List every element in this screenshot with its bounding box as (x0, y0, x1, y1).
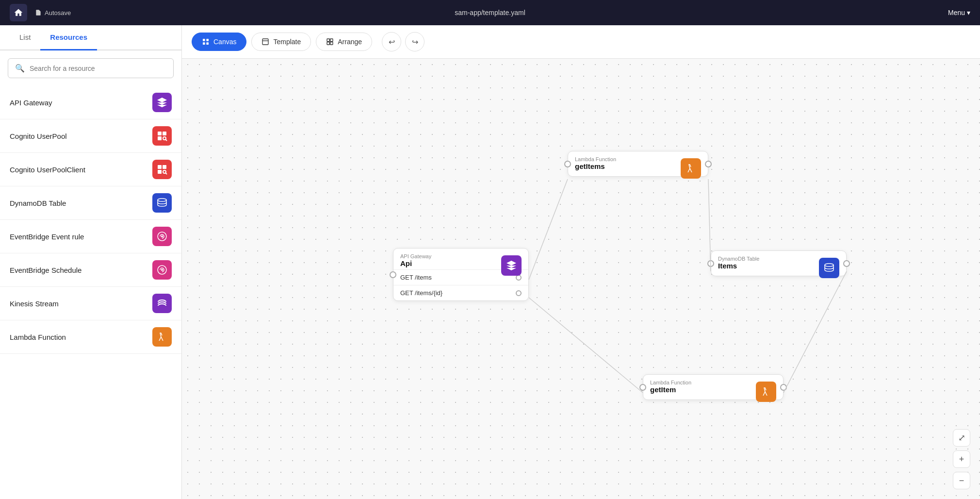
canvas-canvas[interactable]: API Gateway Api GET /items GET /items/{i… (182, 59, 980, 499)
svg-rect-21 (327, 39, 329, 41)
svg-line-27 (529, 298, 643, 393)
svg-rect-19 (262, 39, 268, 45)
list-item[interactable]: Cognito UserPool (0, 119, 181, 153)
list-item[interactable]: EventBridge Schedule (0, 253, 181, 287)
fit-button[interactable]: ⤢ (953, 429, 970, 447)
dynamodb-items-node[interactable]: DynamoDB Table Items (711, 250, 847, 276)
lambda-getitem-node[interactable]: Lambda Function getItem (643, 374, 784, 400)
svg-point-12 (161, 235, 163, 237)
canvas-button[interactable]: Canvas (192, 33, 246, 51)
api-gateway-node[interactable]: API Gateway Api GET /items GET /items/{i… (393, 248, 529, 301)
undo-button[interactable]: ↩ (382, 32, 401, 51)
canvas-toolbar: Canvas Template Arrange ↩ (182, 25, 980, 59)
svg-line-26 (529, 179, 568, 280)
svg-rect-5 (158, 165, 162, 169)
zoom-out-button[interactable]: − (953, 472, 970, 489)
eventbridge-rule-icon (152, 227, 172, 246)
api-route-row-2: GET /items/{id} (393, 285, 528, 300)
cognito-userpool-icon (152, 126, 172, 146)
autosave-indicator: Autosave (35, 9, 71, 17)
eventbridge-schedule-icon (152, 260, 172, 280)
lambda-getitems-right-connector[interactable] (705, 161, 712, 167)
list-item[interactable]: Cognito UserPoolClient (0, 153, 181, 186)
api-gateway-left-connector[interactable] (390, 271, 396, 278)
file-title: sam-app/template.yaml (455, 9, 525, 17)
svg-point-14 (161, 269, 163, 271)
top-bar: Autosave sam-app/template.yaml Menu ▾ (0, 0, 980, 25)
svg-point-10 (158, 199, 166, 201)
lambda-getitems-node[interactable]: Lambda Function getItems (568, 151, 708, 177)
home-button[interactable] (10, 4, 27, 21)
sidebar: List Resources 🔍 API Gateway (0, 25, 182, 499)
dynamodb-icon-node (819, 258, 839, 278)
dynamodb-left-connector[interactable] (707, 260, 714, 267)
svg-rect-22 (330, 39, 333, 41)
dynamodb-icon (152, 193, 172, 213)
redo-button[interactable]: ↪ (405, 32, 425, 51)
sidebar-search: 🔍 (0, 50, 181, 86)
search-input-wrap[interactable]: 🔍 (8, 58, 174, 78)
svg-point-25 (825, 264, 833, 266)
svg-line-29 (784, 271, 847, 393)
list-item[interactable]: Kinesis Stream (0, 287, 181, 320)
dynamodb-right-connector[interactable] (843, 260, 850, 267)
list-item[interactable]: EventBridge Event rule (0, 220, 181, 253)
svg-point-3 (163, 137, 166, 140)
cognito-userpoolclient-icon (152, 160, 172, 179)
zoom-controls: ⤢ + − (953, 429, 970, 489)
lambda-getitem-right-connector[interactable] (780, 384, 787, 391)
api-gateway-icon (152, 93, 172, 112)
svg-rect-0 (158, 132, 162, 135)
svg-rect-15 (203, 39, 205, 41)
zoom-in-button[interactable]: + (953, 450, 970, 468)
search-input[interactable] (30, 65, 166, 72)
svg-rect-18 (206, 42, 209, 45)
lambda-icon (152, 327, 172, 347)
svg-rect-16 (206, 39, 209, 41)
svg-rect-6 (163, 165, 166, 169)
lambda-getitems-left-connector[interactable] (564, 161, 571, 167)
svg-point-8 (163, 170, 166, 173)
search-icon: 🔍 (15, 64, 25, 73)
lambda-getitems-icon (681, 158, 701, 179)
main-layout: List Resources 🔍 API Gateway (0, 25, 980, 499)
resource-list: API Gateway Cognito UserPool (0, 86, 181, 499)
api-gateway-node-icon (501, 255, 522, 276)
svg-rect-2 (158, 136, 162, 140)
lambda-getitem-left-connector[interactable] (639, 384, 646, 391)
lambda-getitem-icon (756, 382, 776, 402)
tab-resources[interactable]: Resources (40, 25, 97, 50)
sidebar-tabs: List Resources (0, 25, 181, 50)
menu-button[interactable]: Menu ▾ (948, 9, 970, 17)
template-button[interactable]: Template (251, 33, 311, 51)
list-item[interactable]: DynamoDB Table (0, 186, 181, 220)
svg-rect-24 (330, 42, 333, 45)
kinesis-icon (152, 294, 172, 313)
canvas-area: Canvas Template Arrange ↩ (182, 25, 980, 499)
svg-line-9 (166, 173, 167, 175)
svg-rect-17 (203, 42, 205, 45)
svg-rect-23 (327, 42, 329, 45)
tab-list[interactable]: List (10, 25, 40, 50)
svg-line-4 (166, 140, 167, 141)
list-item[interactable]: Lambda Function (0, 320, 181, 354)
arrange-button[interactable]: Arrange (316, 33, 372, 51)
route-connector-2[interactable] (516, 290, 522, 296)
svg-rect-1 (163, 132, 166, 135)
svg-rect-7 (158, 170, 162, 174)
list-item[interactable]: API Gateway (0, 86, 181, 119)
